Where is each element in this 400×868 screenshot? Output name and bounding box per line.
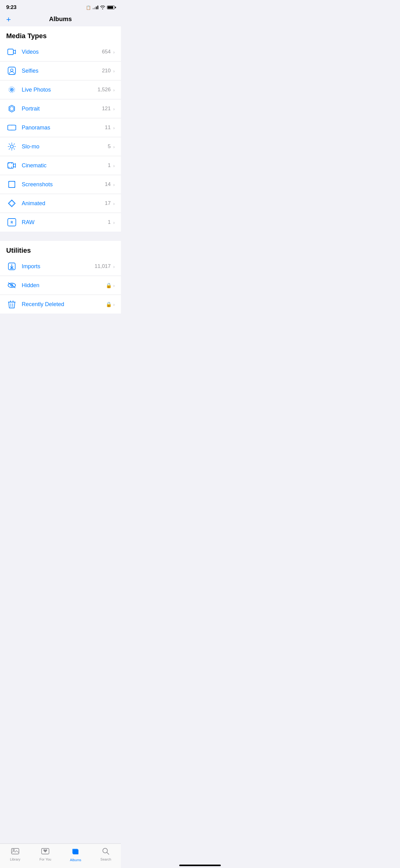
portrait-label: Portrait bbox=[22, 105, 102, 112]
chevron-icon: › bbox=[113, 144, 115, 149]
panoramas-label: Panoramas bbox=[22, 124, 105, 131]
scroll-area: Media Types Videos 654 › bbox=[0, 26, 121, 345]
live-photos-label: Live Photos bbox=[22, 87, 97, 93]
svg-point-4 bbox=[11, 89, 13, 91]
list-item[interactable]: Selfies 210 › bbox=[0, 61, 121, 81]
chevron-icon: › bbox=[113, 264, 115, 269]
animated-count: 17 bbox=[105, 200, 111, 207]
svg-rect-0 bbox=[8, 49, 13, 55]
lock-icon: 🔒 bbox=[106, 302, 112, 307]
portrait-count: 121 bbox=[102, 105, 111, 112]
page-title: Albums bbox=[49, 16, 72, 23]
slomo-label: Slo-mo bbox=[22, 144, 108, 150]
animated-icon bbox=[6, 198, 18, 209]
selfies-count: 210 bbox=[102, 68, 111, 74]
svg-point-6 bbox=[10, 145, 13, 148]
list-item[interactable]: Videos 654 › bbox=[0, 42, 121, 61]
media-types-title: Media Types bbox=[6, 32, 46, 40]
svg-point-2 bbox=[10, 69, 13, 71]
imports-label: Imports bbox=[22, 263, 95, 270]
chevron-icon: › bbox=[113, 163, 115, 168]
imports-count: 11,017 bbox=[95, 263, 111, 270]
status-icons: 📋 bbox=[86, 5, 115, 10]
lock-icon: 🔒 bbox=[106, 282, 112, 288]
slomo-count: 5 bbox=[108, 144, 111, 150]
list-item[interactable]: Imports 11,017 › bbox=[0, 257, 121, 276]
chevron-icon: › bbox=[113, 68, 115, 73]
svg-line-13 bbox=[14, 144, 14, 144]
list-item[interactable]: Panoramas 11 › bbox=[0, 118, 121, 137]
portrait-icon bbox=[6, 103, 18, 114]
cinematic-label: Cinematic bbox=[22, 162, 108, 169]
hidden-icon bbox=[6, 280, 18, 291]
notification-icon: 📋 bbox=[86, 5, 91, 10]
screenshot-icon bbox=[6, 179, 18, 190]
media-types-header: Media Types bbox=[0, 26, 121, 42]
svg-line-11 bbox=[9, 144, 10, 144]
list-item[interactable]: Cinematic 1 › bbox=[0, 156, 121, 175]
utilities-section: Utilities Imports 11,017 › bbox=[0, 241, 121, 314]
battery-icon bbox=[107, 6, 115, 9]
trash-icon bbox=[6, 299, 18, 310]
panorama-icon bbox=[6, 122, 18, 133]
recently-deleted-label: Recently Deleted bbox=[22, 301, 106, 308]
chevron-icon: › bbox=[113, 125, 115, 130]
chevron-icon: › bbox=[113, 87, 115, 93]
nav-bar: + Albums bbox=[0, 13, 121, 26]
raw-count: 1 bbox=[108, 219, 111, 225]
status-time: 9:23 bbox=[6, 4, 16, 10]
chevron-icon: › bbox=[113, 201, 115, 206]
import-icon bbox=[6, 261, 18, 272]
chevron-icon: › bbox=[113, 182, 115, 187]
media-types-section: Media Types Videos 654 › bbox=[0, 26, 121, 231]
cinematic-count: 1 bbox=[108, 162, 111, 168]
cinematic-icon bbox=[6, 160, 18, 171]
video-icon bbox=[6, 46, 18, 57]
slomo-icon bbox=[6, 141, 18, 152]
status-bar: 9:23 📋 bbox=[0, 0, 121, 13]
videos-label: Videos bbox=[22, 49, 102, 55]
list-item[interactable]: Slo-mo 5 › bbox=[0, 137, 121, 156]
selfie-icon bbox=[6, 65, 18, 76]
svg-rect-16 bbox=[9, 181, 15, 187]
list-item[interactable]: Live Photos 1,526 › bbox=[0, 81, 121, 99]
selfies-label: Selfies bbox=[22, 68, 102, 74]
screenshots-count: 14 bbox=[105, 181, 111, 187]
chevron-icon: › bbox=[113, 106, 115, 112]
list-item[interactable]: Animated 17 › bbox=[0, 194, 121, 213]
svg-line-12 bbox=[14, 149, 14, 149]
add-button[interactable]: + bbox=[6, 15, 11, 23]
panoramas-count: 11 bbox=[105, 124, 111, 131]
signal-icon bbox=[93, 6, 98, 9]
hidden-label: Hidden bbox=[22, 282, 106, 289]
live-photos-icon bbox=[6, 84, 18, 95]
chevron-icon: › bbox=[113, 220, 115, 225]
animated-label: Animated bbox=[22, 200, 105, 207]
list-item[interactable]: Recently Deleted 🔒 › bbox=[0, 295, 121, 314]
chevron-icon: › bbox=[113, 302, 115, 307]
raw-label: RAW bbox=[22, 219, 108, 226]
list-item[interactable]: Hidden 🔒 › bbox=[0, 276, 121, 295]
list-item[interactable]: Portrait 121 › bbox=[0, 99, 121, 118]
section-divider bbox=[0, 231, 121, 241]
list-item[interactable]: Screenshots 14 › bbox=[0, 175, 121, 194]
utilities-header: Utilities bbox=[0, 241, 121, 257]
live-photos-count: 1,526 bbox=[97, 87, 111, 93]
videos-count: 654 bbox=[102, 49, 111, 55]
chevron-icon: › bbox=[113, 49, 115, 55]
svg-text:R: R bbox=[10, 221, 13, 224]
svg-line-14 bbox=[9, 149, 10, 149]
list-item[interactable]: R RAW 1 › bbox=[0, 213, 121, 231]
screenshots-label: Screenshots bbox=[22, 181, 105, 188]
raw-icon: R bbox=[6, 217, 18, 228]
utilities-title: Utilities bbox=[6, 247, 31, 254]
chevron-icon: › bbox=[113, 283, 115, 288]
wifi-icon bbox=[100, 6, 105, 9]
